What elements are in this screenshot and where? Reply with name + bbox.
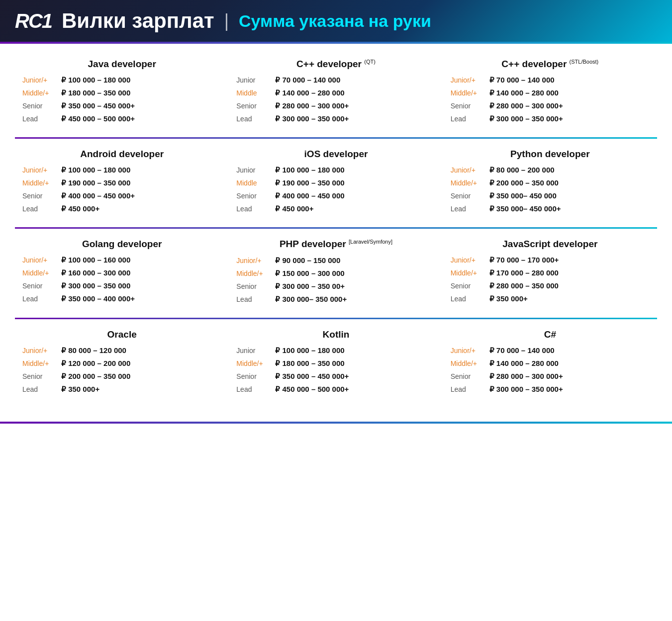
salary-row: Senior₽ 280 000 – 300 000+ bbox=[451, 372, 650, 381]
salary-row: Junior/+₽ 100 000 – 160 000 bbox=[22, 256, 221, 265]
level-label: Junior/+ bbox=[451, 166, 485, 174]
level-label: Senior bbox=[236, 102, 271, 110]
salary-range: ₽ 280 000 – 300 000+ bbox=[275, 101, 349, 110]
level-label: Senior bbox=[22, 192, 57, 200]
salary-row: Lead₽ 450 000 – 500 000+ bbox=[22, 114, 221, 123]
level-label: Senior bbox=[22, 102, 57, 110]
salary-range: ₽ 70 000 – 140 000 bbox=[275, 76, 340, 85]
level-label: Senior bbox=[236, 282, 271, 290]
level-label: Middle bbox=[236, 179, 271, 187]
level-label: Middle bbox=[236, 89, 271, 97]
salary-row: Senior₽ 350 000 – 450 000+ bbox=[22, 101, 221, 110]
salary-column-2-1: PHP developer [Laravel/Symfony]Junior/+₽… bbox=[229, 234, 443, 312]
salary-row: Junior/+₽ 80 000 – 200 000 bbox=[451, 166, 650, 175]
salary-row: Junior/+₽ 70 000 – 140 000 bbox=[451, 76, 650, 85]
salary-column-0-1: C++ developer (QT)Junior₽ 70 000 – 140 0… bbox=[229, 54, 443, 132]
salary-range: ₽ 70 000 – 140 000 bbox=[489, 346, 555, 355]
salary-section-section3: Golang developerJunior/+₽ 100 000 – 160 … bbox=[15, 234, 657, 312]
salary-range: ₽ 100 000 – 160 000 bbox=[61, 256, 130, 265]
column-title: JavaScript developer bbox=[451, 239, 650, 250]
salary-row: Middle/+₽ 150 000 – 300 000 bbox=[236, 269, 435, 278]
salary-row: Senior₽ 280 000 – 300 000+ bbox=[236, 101, 435, 110]
column-title: Kotlin bbox=[236, 329, 435, 340]
salary-range: ₽ 80 000 – 120 000 bbox=[61, 346, 126, 355]
salary-row: Middle/+₽ 190 000 – 350 000 bbox=[22, 178, 221, 187]
level-label: Junior/+ bbox=[22, 166, 57, 174]
column-title: Python developer bbox=[451, 149, 650, 160]
salary-row: Junior/+₽ 80 000 – 120 000 bbox=[22, 346, 221, 355]
level-label: Middle/+ bbox=[451, 359, 485, 367]
salary-column-3-1: KotlinJunior₽ 100 000 – 180 000Middle/+₽… bbox=[229, 324, 443, 403]
salary-row: Junior₽ 100 000 – 180 000 bbox=[236, 166, 435, 175]
salary-range: ₽ 450 000 – 500 000+ bbox=[275, 385, 349, 394]
salary-range: ₽ 100 000 – 180 000 bbox=[275, 166, 344, 175]
salary-column-2-2: JavaScript developerJunior/+₽ 70 000 – 1… bbox=[443, 234, 657, 312]
level-label: Middle/+ bbox=[236, 269, 271, 277]
salary-range: ₽ 450 000+ bbox=[61, 204, 99, 213]
salary-row: Senior₽ 350 000 – 450 000+ bbox=[236, 372, 435, 381]
salary-range: ₽ 120 000 – 200 000 bbox=[61, 359, 130, 368]
salary-range: ₽ 300 000– 350 000+ bbox=[275, 295, 347, 304]
salary-range: ₽ 350 000 – 400 000+ bbox=[61, 294, 135, 303]
salary-range: ₽ 140 000 – 280 000 bbox=[275, 89, 344, 97]
salary-range: ₽ 140 000 – 280 000 bbox=[489, 359, 559, 368]
salary-row: Middle/+₽ 170 000 – 280 000 bbox=[451, 268, 650, 277]
salary-row: Junior₽ 100 000 – 180 000 bbox=[236, 346, 435, 355]
section-separator bbox=[15, 318, 657, 319]
salary-row: Middle/+₽ 180 000 – 350 000 bbox=[22, 89, 221, 97]
salary-row: Lead₽ 450 000+ bbox=[236, 204, 435, 213]
level-label: Lead bbox=[451, 385, 485, 393]
salary-range: ₽ 190 000 – 350 000 bbox=[275, 178, 344, 187]
header: RC1 Вилки зарплат | Сумма указана на рук… bbox=[0, 0, 672, 42]
salary-row: Middle/+₽ 160 000 – 300 000 bbox=[22, 268, 221, 277]
level-label: Middle/+ bbox=[22, 269, 57, 277]
salary-row: Senior₽ 200 000 – 350 000 bbox=[22, 372, 221, 381]
salary-range: ₽ 350 000– 450 000 bbox=[489, 191, 557, 200]
level-label: Lead bbox=[22, 115, 57, 123]
column-title: C# bbox=[451, 329, 650, 340]
salary-row: Lead₽ 300 000– 350 000+ bbox=[236, 295, 435, 304]
level-label: Junior/+ bbox=[22, 347, 57, 355]
column-title: C++ developer (QT) bbox=[236, 59, 435, 70]
header-divider: | bbox=[224, 10, 229, 31]
salary-range: ₽ 280 000 – 300 000+ bbox=[489, 101, 563, 110]
salary-row: Middle/+₽ 180 000 – 350 000 bbox=[236, 359, 435, 368]
level-label: Lead bbox=[451, 115, 485, 123]
salary-row: Lead₽ 300 000 – 350 000+ bbox=[451, 114, 650, 123]
column-title: Java developer bbox=[22, 59, 221, 70]
salary-range: ₽ 160 000 – 300 000 bbox=[61, 268, 130, 277]
salary-range: ₽ 100 000 – 180 000 bbox=[61, 76, 130, 85]
salary-range: ₽ 70 000 – 170 000+ bbox=[489, 256, 559, 265]
level-label: Middle/+ bbox=[22, 179, 57, 187]
salary-range: ₽ 180 000 – 350 000 bbox=[61, 89, 130, 97]
salary-row: Junior/+₽ 70 000 – 140 000 bbox=[451, 346, 650, 355]
salary-range: ₽ 170 000 – 280 000 bbox=[489, 268, 559, 277]
salary-row: Lead₽ 450 000 – 500 000+ bbox=[236, 385, 435, 394]
section-separator bbox=[15, 137, 657, 139]
level-label: Senior bbox=[22, 282, 57, 290]
logo: RC1 bbox=[15, 10, 52, 32]
salary-range: ₽ 190 000 – 350 000 bbox=[61, 178, 130, 187]
level-label: Senior bbox=[236, 372, 271, 380]
salary-row: Senior₽ 280 000 – 300 000+ bbox=[451, 101, 650, 110]
level-label: Senior bbox=[451, 282, 485, 290]
salary-range: ₽ 450 000 – 500 000+ bbox=[61, 114, 135, 123]
salary-range: ₽ 280 000 – 350 000 bbox=[489, 281, 559, 290]
level-label: Lead bbox=[236, 295, 271, 303]
column-title: PHP developer [Laravel/Symfony] bbox=[236, 239, 435, 250]
level-label: Senior bbox=[22, 372, 57, 380]
salary-range: ₽ 140 000 – 280 000 bbox=[489, 89, 559, 97]
level-label: Middle/+ bbox=[22, 89, 57, 97]
level-label: Senior bbox=[451, 102, 485, 110]
salary-row: Middle/+₽ 200 000 – 350 000 bbox=[451, 178, 650, 187]
level-label: Middle/+ bbox=[22, 359, 57, 367]
salary-range: ₽ 300 000 – 350 000+ bbox=[489, 114, 563, 123]
bottom-border bbox=[0, 422, 672, 424]
salary-range: ₽ 350 000 – 450 000+ bbox=[275, 372, 349, 381]
salary-row: Junior₽ 70 000 – 140 000 bbox=[236, 76, 435, 85]
salary-range: ₽ 90 000 – 150 000 bbox=[275, 256, 340, 265]
level-label: Lead bbox=[236, 205, 271, 213]
salary-row: Middle/+₽ 140 000 – 280 000 bbox=[451, 359, 650, 368]
salary-section-section1: Java developerJunior/+₽ 100 000 – 180 00… bbox=[15, 54, 657, 132]
level-label: Junior bbox=[236, 166, 271, 174]
